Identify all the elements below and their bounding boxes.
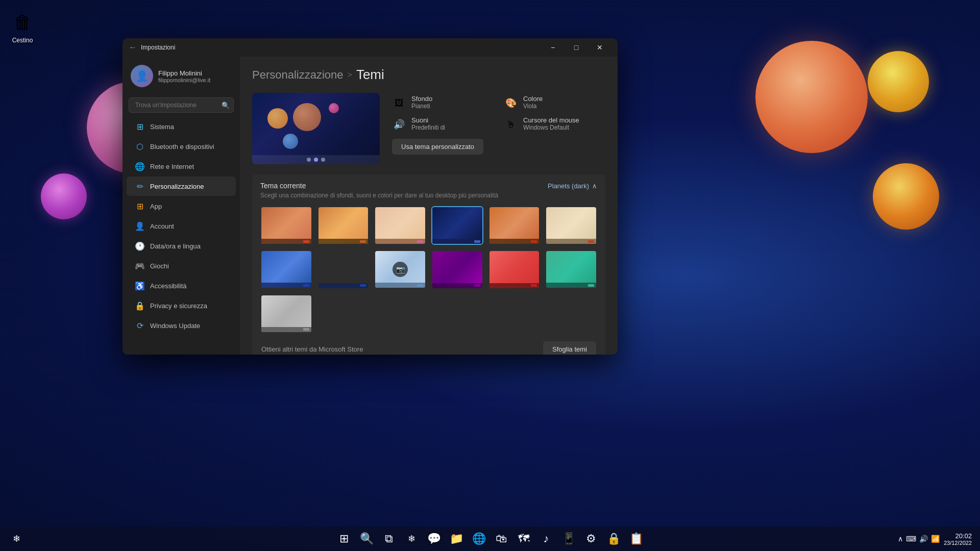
theme-thumb-theme7[interactable]: [260, 250, 312, 289]
edge-button[interactable]: 🌐: [469, 529, 489, 549]
theme-thumb-theme11[interactable]: [488, 250, 541, 289]
whatsapp-button[interactable]: 📱: [558, 529, 579, 549]
theme-info: 🖼 Sfondo Pianeti 🎨 Colore Vio: [392, 93, 605, 155]
explorer-button[interactable]: 📁: [446, 529, 467, 549]
desktop: 🗑 Cestino ← Impostazioni − □ ✕ 👤 Filippo…: [0, 0, 980, 551]
sidebar-label-accessibilita: Accessibilità: [150, 282, 187, 290]
current-theme-title: Tema corrente: [260, 182, 306, 190]
camera-overlay-icon: 📷: [393, 262, 408, 277]
start-button[interactable]: ⊞: [334, 529, 354, 549]
taskbar-clock[interactable]: 20:02 23/12/2022: [944, 532, 972, 546]
settings-tb-button[interactable]: ⚙: [581, 529, 601, 549]
store-link-text: Ottieni altri temi da Microsoft Store: [261, 345, 363, 353]
colore-icon: 🎨: [504, 96, 518, 110]
chat-button[interactable]: 💬: [424, 529, 444, 549]
files-button[interactable]: 📋: [626, 529, 646, 549]
theme-thumb-theme5[interactable]: [488, 206, 541, 245]
rete-icon: 🌐: [135, 161, 145, 171]
privacy-icon: 🔒: [135, 300, 145, 311]
search-icon: 🔍: [222, 102, 230, 109]
breadcrumb-parent[interactable]: Personalizzazione: [252, 68, 344, 82]
theme-thumb-theme8[interactable]: [317, 250, 370, 289]
bluetooth-icon: ⬡: [135, 141, 145, 152]
settings-window: ← Impostazioni − □ ✕ 👤 Filippo Molinini …: [122, 38, 618, 355]
preview-tb-dot-1: [307, 158, 311, 162]
theme-attr-colore: 🎨 Colore Viola: [504, 95, 605, 110]
user-profile[interactable]: 👤 Filippo Molinini filippomolinini@live.…: [122, 57, 240, 93]
maps-button[interactable]: 🗺: [513, 529, 534, 549]
recycle-bin[interactable]: 🗑 Cestino: [10, 10, 35, 44]
sidebar-item-accessibilita[interactable]: ♿ Accessibilità: [127, 276, 236, 295]
sidebar-item-rete[interactable]: 🌐 Rete e Internet: [127, 157, 236, 176]
theme-thumb-theme12[interactable]: [545, 250, 597, 289]
theme-thumb-theme3[interactable]: [374, 206, 426, 245]
browse-themes-button[interactable]: Sfoglia temi: [543, 341, 596, 355]
current-theme-subtitle: Scegli una combinazione di sfondi, suoni…: [260, 192, 597, 199]
widgets-button[interactable]: ❄: [401, 529, 422, 549]
clock-time: 20:02: [944, 532, 972, 540]
search-input[interactable]: [129, 97, 234, 113]
title-bar: ← Impostazioni − □ ✕: [122, 38, 618, 57]
theme-thumb-theme13[interactable]: [260, 294, 312, 333]
avatar: 👤: [131, 65, 153, 87]
sidebar-item-personalizzazione[interactable]: ✏ Personalizzazione: [127, 177, 236, 196]
theme-attr-suoni: 🔊 Suoni Predefiniti di: [392, 116, 494, 132]
spotify-button[interactable]: ♪: [536, 529, 556, 549]
sidebar-label-privacy: Privacy e sicurezza: [150, 302, 207, 310]
sfondo-value: Pianeti: [411, 103, 432, 110]
taskview-button[interactable]: ⧉: [379, 529, 399, 549]
sidebar-label-app: App: [150, 203, 162, 210]
sidebar-item-account[interactable]: 👤 Account: [127, 216, 236, 236]
search-box: 🔍: [129, 97, 234, 113]
volume-icon[interactable]: 🔊: [919, 535, 928, 543]
preview-tb-dot-2: [314, 158, 318, 162]
cursore-text: Cursore del mouse Windows Default: [523, 116, 579, 131]
sidebar-item-privacy[interactable]: 🔒 Privacy e sicurezza: [127, 296, 236, 315]
theme-thumb-theme1[interactable]: [260, 206, 312, 245]
themes-grid: 📷: [260, 206, 597, 333]
back-button[interactable]: ←: [129, 43, 137, 52]
keyboard-icon[interactable]: ⌨: [906, 535, 916, 543]
decorative-orb-3: [755, 41, 868, 153]
system-tray: ∧ ⌨ 🔊 📶: [898, 535, 940, 543]
theme-thumb-theme4[interactable]: [431, 206, 483, 245]
recycle-bin-label: Cestino: [12, 37, 33, 44]
recycle-bin-icon: 🗑: [10, 10, 35, 35]
search-button[interactable]: 🔍: [356, 529, 377, 549]
sidebar-label-data-ora: Data/ora e lingua: [150, 242, 201, 250]
theme-preview-section: 🖼 Sfondo Pianeti 🎨 Colore Vio: [252, 93, 605, 164]
sidebar-item-app[interactable]: ⊞ App: [127, 196, 236, 216]
sistema-icon: ⊞: [135, 121, 145, 132]
app-icon: ⊞: [135, 201, 145, 211]
breadcrumb-separator: >: [348, 70, 352, 80]
sidebar-item-sistema[interactable]: ⊞ Sistema: [127, 117, 236, 136]
theme-thumb-theme6[interactable]: [545, 206, 597, 245]
sidebar: 👤 Filippo Molinini filippomolinini@live.…: [122, 57, 240, 355]
chevron-up-icon[interactable]: ∧: [898, 535, 903, 543]
maximize-button[interactable]: □: [565, 39, 588, 56]
current-theme-name: Planets (dark) ∧: [548, 182, 597, 190]
window-controls: − □ ✕: [541, 39, 611, 56]
notification-icon[interactable]: ❄: [8, 531, 24, 547]
preview-taskbar: [252, 155, 380, 164]
close-button[interactable]: ✕: [588, 39, 611, 56]
cursore-value: Windows Default: [523, 124, 579, 131]
sidebar-item-data-ora[interactable]: 🕐 Data/ora e lingua: [127, 236, 236, 256]
store-button[interactable]: 🛍: [491, 529, 511, 549]
minimize-button[interactable]: −: [541, 39, 565, 56]
use-theme-button[interactable]: Usa tema personalizzato: [392, 139, 483, 155]
colore-text: Colore Viola: [523, 95, 543, 110]
sidebar-item-windows-update[interactable]: ⟳ Windows Update: [127, 316, 236, 335]
taskbar-center: ⊞ 🔍 ⧉ ❄ 💬 📁 🌐 🛍 🗺 ♪ 📱 ⚙ 🔒 📋: [334, 529, 646, 549]
theme-thumb-theme9[interactable]: 📷: [374, 250, 426, 289]
theme-thumb-theme10[interactable]: [431, 250, 483, 289]
sidebar-item-giochi[interactable]: 🎮 Giochi: [127, 256, 236, 276]
suoni-text: Suoni Predefiniti di: [411, 116, 445, 131]
sidebar-item-bluetooth[interactable]: ⬡ Bluetooth e dispositivi: [127, 137, 236, 156]
security-button[interactable]: 🔒: [603, 529, 624, 549]
preview-planet-3: [283, 134, 298, 149]
cursore-label: Cursore del mouse: [523, 116, 579, 124]
network-icon[interactable]: 📶: [931, 535, 940, 543]
theme-attr-cursore: 🖱 Cursore del mouse Windows Default: [504, 116, 605, 132]
theme-thumb-theme2[interactable]: [317, 206, 370, 245]
